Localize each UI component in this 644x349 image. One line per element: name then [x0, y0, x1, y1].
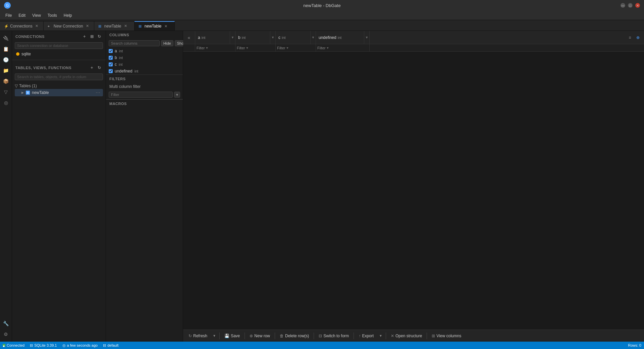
view-columns-button[interactable]: ⊞ View columns	[429, 333, 464, 339]
close-button[interactable]: ✕	[635, 3, 640, 8]
column-checkbox-a[interactable]	[109, 49, 113, 53]
filter-cell-c: Filter ▼	[276, 44, 316, 51]
export-button[interactable]: ↑ Export	[356, 333, 376, 339]
refresh-label: Refresh	[193, 334, 207, 338]
filter-icon-btn[interactable]: ▼	[174, 92, 180, 98]
sidebar-icon-history[interactable]: 🕐	[1, 55, 11, 64]
status-sqlite-label: SQLite 3.39.1	[34, 343, 57, 347]
filter-cell-b: Filter ▼	[235, 44, 276, 51]
table-item-menu-icon[interactable]: ⋯	[96, 90, 100, 95]
switch-to-form-label: Switch to form	[323, 334, 349, 338]
filter-input[interactable]	[109, 92, 173, 98]
column-type-a: int	[119, 49, 123, 53]
tab-new-connection-close[interactable]: ✕	[85, 24, 90, 29]
menubar: File Edit View Tools Help	[0, 11, 644, 20]
tables-header: TABLES, VIEWS, FUNCTIONS + ↻	[12, 62, 106, 72]
sidebar-icon-filter[interactable]: ▽	[1, 87, 11, 97]
tab-newtable-1-close[interactable]: ✕	[123, 24, 128, 29]
newtable2-tab-icon: ⊞	[139, 24, 143, 28]
filter-corner	[183, 44, 195, 51]
sidebar-icon-new[interactable]: 📋	[1, 44, 11, 54]
switch-form-icon: ⊟	[319, 334, 322, 338]
switch-to-form-button[interactable]: ⊟ Switch to form	[316, 333, 352, 339]
minimize-button[interactable]: —	[621, 3, 625, 8]
column-checkbox-c[interactable]	[109, 62, 113, 66]
status-time: ◎ a few seconds ago	[62, 343, 98, 348]
tab-new-connection[interactable]: + New Connection ✕	[44, 21, 94, 31]
icon-sidebar: 🔌 📋 🕐 📁 📦 ▽ ◎ 🔧 ⚙	[0, 31, 12, 342]
status-branch-icon: ⊟	[103, 343, 106, 348]
sidebar-icon-files[interactable]: 📁	[1, 66, 11, 75]
left-panel: CONNECTIONS + ⊞ ↻ sqlite TABLES, VIEWS, …	[12, 31, 106, 342]
sidebar-icon-plugins[interactable]: 📦	[1, 77, 11, 86]
column-checkbox-undefined[interactable]	[109, 69, 113, 73]
bottom-toolbar: ↻ Refresh ▼ 💾 Save ⊕ New row 🗑 Delete ro…	[183, 330, 644, 342]
connections-search-input[interactable]	[15, 42, 103, 49]
export-dropdown-btn[interactable]: ▼	[378, 333, 384, 339]
tables-add-btn[interactable]: +	[89, 65, 95, 71]
connections-add-btn[interactable]: +	[82, 34, 88, 40]
filter-icon-c[interactable]: ▼	[286, 46, 289, 50]
refresh-dropdown-btn[interactable]: ▼	[211, 333, 217, 339]
sidebar-icon-layers[interactable]: ◎	[1, 98, 11, 107]
filter-icon-b[interactable]: ▼	[246, 46, 249, 50]
tab-newtable-2[interactable]: ⊞ newTable ✕	[135, 21, 175, 31]
tab-connections-close[interactable]: ✕	[35, 24, 39, 29]
connection-item-sqlite[interactable]: sqlite	[12, 50, 106, 58]
filter-icon-undefined[interactable]: ▼	[326, 46, 329, 50]
tables-group-tables: ▽ Tables (1) ▶ ⊞ newTable ⋯	[12, 82, 106, 98]
columns-hide-btn[interactable]: Hide	[161, 40, 173, 46]
table-expand-icon: ▶	[21, 91, 24, 94]
filter-cell-a: Filter ▼	[195, 44, 235, 51]
status-connected-dot: ●	[3, 344, 5, 347]
sidebar-icon-plugins-bottom[interactable]: 🔧	[1, 319, 11, 328]
tables-group-label: Tables (1)	[19, 84, 37, 88]
tables-list: ▽ Tables (1) ▶ ⊞ newTable ⋯	[12, 82, 106, 342]
menu-tools[interactable]: Tools	[45, 12, 60, 18]
col-b-dropdown[interactable]: ▼	[270, 31, 275, 44]
open-structure-button[interactable]: ✕ Open structure	[388, 333, 425, 339]
tab-newtable-1[interactable]: ⊞ newTable ✕	[94, 21, 135, 31]
new-row-label: New row	[254, 334, 270, 338]
macros-title-label: MACROS	[109, 102, 127, 106]
menu-help[interactable]: Help	[61, 12, 75, 18]
tab-newtable-2-close[interactable]: ✕	[163, 24, 168, 29]
grid-corner[interactable]: «	[183, 31, 195, 44]
sidebar-icon-connections[interactable]: 🔌	[1, 34, 11, 43]
columns-search-input[interactable]	[109, 40, 160, 46]
col-a-dropdown[interactable]: ▼	[230, 31, 235, 44]
table-item-newtable[interactable]: ▶ ⊞ newTable ⋯	[15, 89, 103, 96]
sidebar-icon-settings[interactable]: ⚙	[1, 330, 11, 339]
status-time-label: a few seconds ago	[67, 343, 98, 347]
status-rows: Rows: 0	[628, 343, 641, 347]
menu-view[interactable]: View	[30, 12, 44, 18]
col-c-dropdown[interactable]: ▼	[310, 31, 316, 44]
column-name-b: b	[115, 55, 117, 60]
refresh-button[interactable]: ↻ Refresh	[186, 333, 210, 339]
filter-label-c: Filter	[277, 46, 285, 50]
tables-group-tables-header[interactable]: ▽ Tables (1)	[15, 83, 103, 89]
filter-icon-a[interactable]: ▼	[205, 46, 208, 50]
tables-group-expand-icon: ▽	[15, 84, 18, 88]
column-row-c: c int	[106, 61, 183, 68]
grid-right-actions: ≡ ⊕	[627, 34, 644, 41]
tab-connections[interactable]: ⚡ Connections ✕	[0, 21, 44, 31]
tables-header-actions: + ↻	[89, 65, 102, 71]
menu-edit[interactable]: Edit	[16, 12, 28, 18]
new-row-button[interactable]: ⊕ New row	[247, 333, 273, 339]
connections-grid-btn[interactable]: ⊞	[89, 34, 95, 40]
grid-menu-btn[interactable]: ≡	[627, 34, 633, 41]
toolbar-sep-4	[314, 333, 314, 339]
tables-refresh-btn[interactable]: ↻	[96, 65, 102, 71]
connections-refresh-btn[interactable]: ↻	[96, 34, 102, 40]
col-undefined-dropdown[interactable]: ▼	[364, 31, 369, 44]
delete-rows-button[interactable]: 🗑 Delete row(s)	[277, 333, 312, 339]
column-row-a: a int	[106, 48, 183, 54]
tables-search-input[interactable]	[15, 73, 103, 80]
save-button[interactable]: 💾 Save	[222, 333, 243, 339]
maximize-button[interactable]: □	[628, 3, 633, 8]
open-structure-label: Open structure	[395, 334, 422, 338]
menu-file[interactable]: File	[3, 12, 14, 18]
grid-expand-btn[interactable]: ⊕	[635, 34, 641, 41]
column-checkbox-b[interactable]	[109, 56, 113, 60]
